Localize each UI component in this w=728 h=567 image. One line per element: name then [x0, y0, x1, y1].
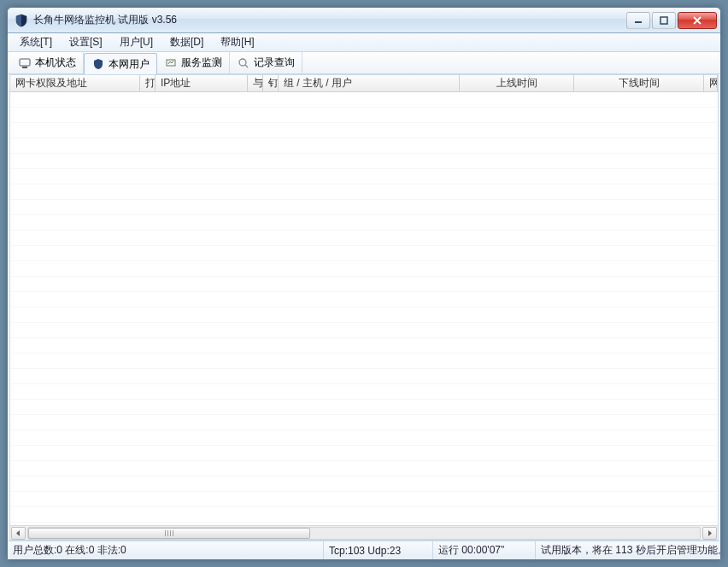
col-offline-time[interactable]: 下线时间 — [574, 75, 704, 91]
col-group-host-user[interactable]: 组 / 主机 / 用户 — [279, 75, 460, 91]
tab-label: 本网用户 — [109, 57, 150, 72]
monitor-icon — [164, 56, 178, 70]
svg-point-5 — [239, 59, 246, 66]
shield-icon — [91, 57, 105, 71]
scroll-thumb[interactable] — [28, 528, 310, 539]
col-flag2[interactable]: 与 — [248, 75, 263, 91]
status-tcpudp: Tcp:103 Udp:23 — [324, 541, 433, 559]
scroll-track[interactable] — [27, 527, 701, 540]
col-flag1[interactable]: 打 — [140, 75, 156, 91]
svg-rect-2 — [20, 59, 30, 66]
tab-network-users[interactable]: 本网用户 — [84, 53, 157, 74]
col-nic-permission[interactable]: 网卡权限及地址 — [10, 75, 140, 91]
menubar: 系统[T] 设置[S] 用户[U] 数据[D] 帮助[H] — [8, 33, 720, 52]
column-headers: 网卡权限及地址 打 IP地址 与 钉 组 / 主机 / 用户 上线时间 下线时间… — [10, 75, 718, 92]
svg-rect-0 — [635, 21, 642, 23]
tab-service-monitor[interactable]: 服务监测 — [157, 52, 230, 73]
content-area: 网卡权限及地址 打 IP地址 与 钉 组 / 主机 / 用户 上线时间 下线时间… — [9, 74, 719, 541]
status-trial: 试用版本，将在 113 秒后开启管理功能。 — [536, 541, 720, 559]
scroll-left-button[interactable] — [11, 527, 26, 540]
tab-label: 服务监测 — [181, 56, 222, 70]
app-icon — [15, 14, 28, 27]
svg-rect-1 — [660, 17, 667, 24]
tab-local-status[interactable]: 本机状态 — [11, 52, 84, 73]
app-window: 长角牛网络监控机 试用版 v3.56 系统[T] 设置[S] 用户[U] 数据[… — [7, 7, 721, 560]
svg-rect-3 — [22, 67, 27, 68]
minimize-button[interactable] — [626, 12, 650, 29]
col-ip[interactable]: IP地址 — [156, 75, 248, 91]
tab-log-query[interactable]: 记录查询 — [230, 52, 302, 73]
col-online-time[interactable]: 上线时间 — [460, 75, 574, 91]
computer-icon — [18, 56, 32, 70]
col-flag3[interactable]: 钉 — [263, 75, 279, 91]
col-net[interactable]: 网 — [704, 75, 718, 91]
grid-body[interactable] — [10, 92, 718, 525]
window-controls — [625, 12, 717, 29]
toolbar-tabs: 本机状态 本网用户 服务监测 记录查询 — [8, 52, 720, 74]
status-users: 用户总数:0 在线:0 非法:0 — [8, 541, 324, 559]
menu-users[interactable]: 用户[U] — [111, 33, 161, 51]
statusbar: 用户总数:0 在线:0 非法:0 Tcp:103 Udp:23 运行 00:00… — [8, 541, 720, 559]
menu-data[interactable]: 数据[D] — [161, 33, 212, 51]
menu-settings[interactable]: 设置[S] — [61, 33, 111, 51]
menu-system[interactable]: 系统[T] — [11, 33, 61, 51]
scroll-right-button[interactable] — [702, 527, 717, 540]
tab-label: 记录查询 — [254, 56, 295, 70]
menu-help[interactable]: 帮助[H] — [212, 33, 262, 51]
status-runtime: 运行 00:00'07" — [433, 541, 536, 559]
titlebar[interactable]: 长角牛网络监控机 试用版 v3.56 — [8, 8, 720, 33]
horizontal-scrollbar[interactable] — [10, 525, 718, 540]
maximize-button[interactable] — [652, 12, 676, 29]
close-button[interactable] — [678, 12, 717, 29]
tab-label: 本机状态 — [35, 56, 76, 70]
window-title: 长角牛网络监控机 试用版 v3.56 — [33, 13, 625, 27]
search-icon — [237, 56, 250, 70]
